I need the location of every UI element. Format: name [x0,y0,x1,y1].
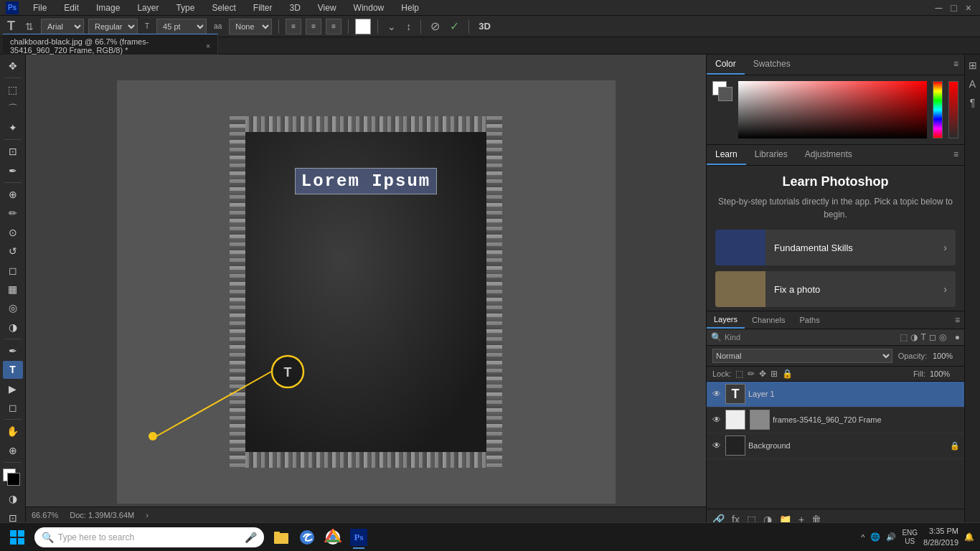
alpha-slider[interactable] [948,81,958,138]
learn-card-fix-photo[interactable]: Fix a photo › [715,271,956,307]
learn-card-fundamental[interactable]: Fundamental Skills › [715,230,956,265]
antialiasing-dropdown[interactable]: None [229,19,272,34]
filter-toggle-icon[interactable]: ● [955,332,960,342]
taskbar-mic-icon[interactable]: 🎤 [245,532,257,543]
crop-tool[interactable]: ⊡ [3,143,23,160]
filter-adj-icon[interactable]: ◑ [910,332,918,342]
status-arrow[interactable]: › [146,511,149,519]
learn-panel-menu-icon[interactable]: ≡ [948,145,964,165]
opacity-value[interactable]: 100% [933,352,958,360]
layer-item-background[interactable]: 👁 Background 🔒 [707,433,964,459]
menu-3d[interactable]: 3D [286,1,303,14]
network-icon[interactable]: 🌐 [870,532,880,542]
tab-color[interactable]: Color [707,55,745,75]
tab-close-button[interactable]: × [206,42,210,50]
menu-edit[interactable]: Edit [61,1,82,14]
transform-text-button[interactable]: ↕ [403,19,414,34]
filter-pixel-icon[interactable]: ⬚ [900,332,908,342]
frames-visibility[interactable]: 👁 [711,414,722,425]
fill-value[interactable]: 100% [930,369,958,378]
quick-mask-button[interactable]: ◑ [3,490,23,507]
eyedropper-tool[interactable]: ✒ [3,162,23,179]
layer1-visibility[interactable]: 👁 [711,388,722,400]
panel-toggle-3[interactable]: ¶ [968,95,978,110]
font-family-dropdown[interactable]: Arial [41,19,84,34]
warp-text-button[interactable]: ⌄ [385,19,399,34]
menu-select[interactable]: Select [209,1,238,14]
move-tool[interactable]: ✥ [3,57,23,75]
volume-icon[interactable]: 🔊 [886,532,896,542]
dodge-tool[interactable]: ◑ [3,319,23,336]
panel-toggle-1[interactable]: ⊞ [966,57,979,73]
filter-shape-icon[interactable]: ◻ [929,332,936,342]
taskbar-clock[interactable]: 3:35 PM 8/28/2019 [923,526,958,548]
3d-button[interactable]: 3D [476,21,494,32]
bg-visibility[interactable]: 👁 [711,440,722,451]
text-orientation-icon[interactable]: ⇅ [22,19,37,34]
menu-help[interactable]: Help [398,1,422,14]
taskbar-file-explorer[interactable] [270,526,293,549]
text-color-swatch[interactable] [355,19,371,34]
lock-all-icon[interactable]: 🔒 [782,369,793,379]
gradient-tool[interactable]: ▦ [3,281,23,298]
window-maximize[interactable]: □ [948,2,959,14]
menu-file[interactable]: File [30,1,50,14]
menu-view[interactable]: View [315,1,339,14]
layers-panel-menu-icon[interactable]: ≡ [951,312,964,328]
taskbar-photoshop[interactable]: Ps [347,526,370,549]
background-swatch[interactable] [718,87,732,101]
cancel-button[interactable]: ⊘ [428,18,443,34]
taskbar-chrome[interactable] [321,526,344,549]
canvas-area[interactable]: Lorem Ipsum T [26,55,706,529]
tab-layers[interactable]: Layers [707,311,745,329]
menu-window[interactable]: Window [351,1,387,14]
color-panel-menu-icon[interactable]: ≡ [948,55,964,75]
tab-libraries[interactable]: Libraries [746,145,796,165]
tab-learn[interactable]: Learn [707,145,746,165]
marquee-tool[interactable]: ⬚ [3,81,23,98]
menu-layer[interactable]: Layer [134,1,161,14]
menu-filter[interactable]: Filter [250,1,275,14]
eraser-tool[interactable]: ◻ [3,261,23,278]
color-gradient-field[interactable] [738,81,927,138]
align-center-button[interactable]: ≡ [306,19,321,34]
confirm-button[interactable]: ✓ [447,18,462,34]
font-style-dropdown[interactable]: Regular [88,19,138,34]
tab-swatches[interactable]: Swatches [745,55,799,75]
lock-transparent-icon[interactable]: ⬚ [735,369,743,379]
tab-channels[interactable]: Channels [745,312,792,328]
window-minimize[interactable]: ─ [932,2,945,14]
lorem-ipsum-text[interactable]: Lorem Ipsum [295,168,437,194]
hue-slider[interactable] [933,81,943,138]
fg-bg-colors[interactable] [712,81,732,101]
shape-tool[interactable]: ◻ [3,399,23,416]
window-close[interactable]: × [963,2,974,14]
start-button[interactable] [6,526,29,549]
lock-pixels-icon[interactable]: ✏ [748,369,755,379]
hand-tool[interactable]: ✋ [3,423,23,440]
lock-position-icon[interactable]: ✥ [759,369,766,379]
tab-paths[interactable]: Paths [793,312,827,328]
type-tool[interactable]: T [3,361,23,378]
taskbar-edge-browser[interactable] [296,526,319,549]
path-select-tool[interactable]: ▶ [3,380,23,397]
taskbar-search-bar[interactable]: 🔍 Type here to search 🎤 [34,527,264,547]
pen-tool[interactable]: ✒ [3,342,23,359]
zoom-tool[interactable]: ⊕ [3,442,23,459]
lock-artboard-icon[interactable]: ⊞ [771,369,778,379]
lasso-tool[interactable]: ⌒ [3,100,23,118]
tab-adjustments[interactable]: Adjustments [796,145,861,165]
menu-type[interactable]: Type [173,1,197,14]
blend-mode-select[interactable]: Normal [712,349,892,363]
healing-tool[interactable]: ⊕ [3,186,23,203]
filter-smart-icon[interactable]: ◎ [939,332,946,342]
align-left-button[interactable]: ≡ [286,19,301,34]
magic-wand-tool[interactable]: ✦ [3,119,23,136]
notifications-icon[interactable]: 🔔 [964,532,974,542]
filter-type-icon[interactable]: T [920,332,925,342]
tool-presets-icon[interactable]: T [4,17,18,35]
font-size-dropdown[interactable]: 45 pt [156,19,207,34]
align-right-button[interactable]: ≡ [326,19,341,34]
color-picker-widget[interactable] [3,468,23,486]
blur-tool[interactable]: ◎ [3,299,23,316]
